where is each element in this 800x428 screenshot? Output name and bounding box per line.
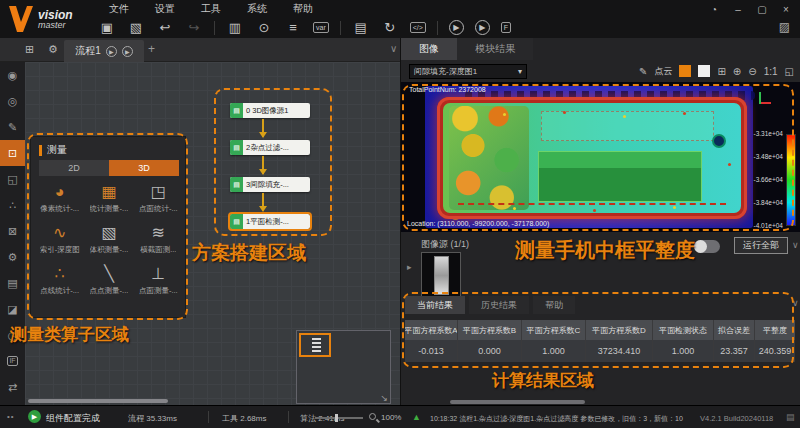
phone-midframe-depthmap	[437, 97, 747, 219]
flow-settings-icon[interactable]: ⚙	[48, 43, 58, 56]
minimap-nodes	[312, 338, 321, 352]
maximize-icon[interactable]: ▢	[756, 4, 768, 15]
flow-run-icon[interactable]: ▶	[106, 46, 117, 57]
log-icon[interactable]: ▤	[352, 19, 370, 37]
minimap-viewport[interactable]	[299, 333, 331, 357]
sidebar-item-io[interactable]: ⇄	[0, 374, 25, 400]
tab-2d[interactable]: 2D	[39, 160, 109, 176]
col-coef-a: 平面方程系数A	[405, 320, 458, 340]
sidebar-item-calc[interactable]: ⊠	[0, 218, 25, 244]
minimize-icon[interactable]: –	[732, 4, 744, 15]
camera-hole	[712, 134, 726, 148]
module-library-icon[interactable]: ▥	[226, 19, 244, 37]
table-value-row[interactable]: -0.013 0.000 1.000 37234.410 1.000 23.35…	[405, 340, 795, 362]
sidebar-item-image-edit[interactable]: ✎	[0, 114, 25, 140]
algo-cross-section[interactable]: ≋ 横截面测...	[134, 224, 183, 255]
tab-history-result[interactable]: 历史结果	[469, 296, 529, 314]
run-continuous-icon[interactable]: ▶	[475, 20, 490, 35]
runtime-clock-icon[interactable]: ◔	[708, 4, 720, 15]
sidebar-item-location[interactable]: ◎	[0, 88, 25, 114]
zoom-slider[interactable]	[315, 417, 363, 419]
algo-point-line-stats[interactable]: ∴ 点线统计-...	[35, 265, 84, 296]
tab-current-result[interactable]: 当前结果	[405, 296, 465, 314]
zoom-out-icon[interactable]: ⊖	[748, 66, 756, 77]
algo-point-point-measure[interactable]: ╲ 点点测量-...	[84, 265, 133, 296]
zoom-in-icon[interactable]: ⊕	[733, 66, 741, 77]
results-chevron-icon[interactable]: ∨	[792, 298, 799, 308]
flow-node-gap-fill[interactable]: ▤ 3间隙填充-...	[230, 177, 310, 192]
thumb-prev-icon[interactable]: ▸	[407, 262, 412, 272]
sidebar-item-timer[interactable]: ◷	[0, 322, 25, 348]
menu-settings[interactable]: 设置	[142, 0, 188, 17]
algo-point-plane-stats[interactable]: ◳ 点面统计-...	[134, 183, 183, 214]
flow-node-noise-filter[interactable]: ▤ 2杂点过滤-...	[230, 140, 310, 155]
refresh-icon[interactable]: ↻	[381, 19, 399, 37]
tab-image[interactable]: 图像	[401, 38, 457, 60]
algo-stat-measure[interactable]: ▦ 统计测量-...	[84, 183, 133, 214]
add-flow-button[interactable]: +	[148, 42, 155, 56]
tab-3d[interactable]: 3D	[109, 160, 179, 176]
sidebar-item-camera[interactable]: ◉	[0, 62, 25, 88]
f-module-icon[interactable]: F	[501, 22, 511, 33]
sidebar-item-capture[interactable]: ◱	[0, 166, 25, 192]
fit-width-icon[interactable]: ◱	[785, 66, 794, 77]
variable-icon[interactable]: var	[313, 22, 329, 33]
source-thumbnail[interactable]	[421, 252, 461, 298]
algo-index-depthmap[interactable]: ∿ 索引-深度图	[35, 224, 84, 255]
sidebar-item-color[interactable]: ◪	[0, 296, 25, 322]
depth-image-view[interactable]: TotalPointNum: 2372008 Location: (3110.0…	[401, 82, 800, 232]
flow-run-loop-icon[interactable]: ▶	[122, 46, 133, 57]
color-swatch-white[interactable]	[698, 65, 710, 77]
io-config-icon[interactable]: ≡	[284, 19, 302, 37]
run-all-button[interactable]: 运行全部	[734, 237, 788, 254]
menu-tools[interactable]: 工具	[188, 0, 234, 17]
flow-list-icon[interactable]: ⊞	[25, 43, 34, 56]
menu-system[interactable]: 系统	[234, 0, 280, 17]
results-hscrollbar[interactable]	[450, 400, 585, 404]
color-swatch-orange[interactable]	[679, 65, 691, 77]
camera-icon[interactable]: ⊙	[255, 19, 273, 37]
swap-icon: ⇄	[8, 381, 17, 394]
menu-help[interactable]: 帮助	[280, 0, 326, 17]
log-panel-icon[interactable]: ▤	[786, 412, 795, 422]
algo-pixel-stats[interactable]: ◕ 像素统计-...	[35, 183, 84, 214]
close-icon[interactable]: ×	[780, 4, 792, 15]
canvas-minimap[interactable]: ↘	[296, 330, 391, 404]
sidebar-item-pointcloud[interactable]: ∴	[0, 192, 25, 218]
run-once-icon[interactable]: ▶	[449, 20, 464, 35]
open-folder-icon[interactable]: ▧	[127, 19, 145, 37]
sidebar-item-image-settings[interactable]: ⚙	[0, 244, 25, 270]
tab-flow1[interactable]: 流程1 ▶ ▶	[64, 40, 144, 62]
save-icon[interactable]: ▣	[98, 19, 116, 37]
display-toggle[interactable]	[694, 240, 720, 253]
algo-point-plane-measure[interactable]: ⊥ 点面测量-...	[134, 265, 183, 296]
flow-tab-bar: ⊞ ⚙ 流程1 ▶ ▶ + ∨	[0, 38, 400, 62]
status-divider	[288, 411, 289, 423]
sidebar-more-icon[interactable]: ••	[7, 412, 15, 421]
flow-tabs-chevron-icon[interactable]: ∨	[390, 43, 397, 54]
code-icon[interactable]: </>	[410, 22, 426, 33]
algo-volume-measure[interactable]: ▧ 体积测量-...	[84, 224, 133, 255]
clock-icon: ◷	[8, 329, 18, 342]
edge-dashed-line	[458, 203, 726, 205]
canvas-hscrollbar[interactable]	[28, 399, 168, 403]
export-icon[interactable]: ↪	[185, 19, 203, 37]
logo-line2: master	[38, 21, 73, 30]
total-point-num: TotalPointNum: 2372008	[409, 86, 486, 93]
source-row-chevron-icon[interactable]: ∨	[792, 240, 799, 250]
sidebar-item-if[interactable]: IF	[0, 348, 25, 374]
one-to-one-icon[interactable]: 1:1	[764, 66, 778, 77]
tab-module-result[interactable]: 模块结果	[457, 38, 533, 60]
resize-handle-icon[interactable]: ↘	[380, 393, 388, 403]
sidebar-item-gallery[interactable]: ▤	[0, 270, 25, 296]
fit-view-icon[interactable]: ⊞	[717, 66, 725, 77]
menu-file[interactable]: 文件	[96, 0, 142, 17]
import-icon[interactable]: ↩	[156, 19, 174, 37]
image-source-select[interactable]: 间隙填充-深度图1 ▾	[409, 64, 527, 79]
tab-help[interactable]: 帮助	[533, 296, 575, 314]
pencil-icon[interactable]: ✎	[639, 66, 647, 77]
flow-node-plane-detect[interactable]: ▤ 1平面检测-...	[230, 214, 310, 229]
folder-shortcut-icon[interactable]: ▨	[779, 20, 790, 34]
sidebar-item-measure[interactable]: ⊡	[0, 140, 25, 166]
flow-node-image-source[interactable]: ▤ 0 3D图像源1	[230, 103, 310, 118]
